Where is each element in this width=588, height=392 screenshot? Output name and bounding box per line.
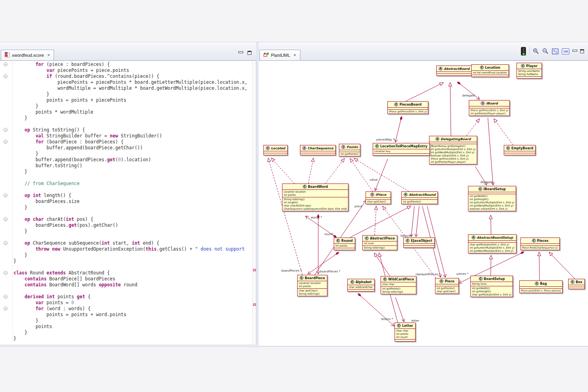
- gutter-cell: [0, 210, 13, 216]
- code-line: [0, 288, 256, 294]
- code-line: [0, 210, 256, 216]
- gutter-cell: [0, 276, 13, 282]
- uml-compartment: IPiece getPiece(EInt x, EInt y)int getPo…: [469, 108, 509, 116]
- fold-marker[interactable]: −: [0, 139, 13, 145]
- svg-text:x: x: [6, 54, 7, 57]
- gutter-cell: [0, 151, 13, 157]
- uml-compartment: char charint pointsint count: [395, 328, 415, 339]
- fold-marker[interactable]: −: [0, 73, 13, 79]
- code-line: − if (round.boardPieces.^contains(piece)…: [0, 73, 256, 79]
- tab-plantuml[interactable]: PlantUML ✕: [259, 50, 300, 60]
- uml-class-Location: CLocationno.hal.xwordfeud.Location: [471, 64, 509, 77]
- gutter-cell: [0, 97, 13, 103]
- code-line: }: [0, 258, 256, 264]
- uml-compartment: [300, 153, 335, 155]
- tab-label: PlantUML: [271, 53, 290, 58]
- zoom-in-icon[interactable]: [533, 48, 539, 54]
- class-name: EJavaObject: [411, 239, 432, 243]
- uml-compartment: [472, 75, 509, 77]
- fold-marker[interactable]: −: [0, 270, 13, 276]
- close-icon[interactable]: ✕: [47, 53, 50, 57]
- uml-compartment: Location locationint points: [282, 189, 348, 197]
- class-name: AbstractBoard: [444, 67, 470, 71]
- fold-marker[interactable]: −: [0, 62, 13, 68]
- gutter-cell: [0, 115, 13, 121]
- code-line: contains BoardWord[] words opposite roun…: [0, 282, 256, 288]
- minimize-icon[interactable]: [573, 50, 577, 53]
- fold-marker[interactable]: −: [0, 127, 13, 133]
- uml-compartment: char getMultiple(EInt x, EInt y)int getL…: [468, 242, 516, 253]
- code-line: }: [0, 169, 256, 175]
- plantuml-pane: PlantUML ✕: [259, 42, 588, 347]
- edge-label: round: [324, 232, 333, 236]
- fold-marker[interactable]: −: [0, 240, 13, 246]
- annotation-marker[interactable]: [253, 269, 256, 271]
- close-icon[interactable]: ✕: [293, 53, 296, 57]
- edge-label: value: [369, 178, 378, 182]
- tab-xwordfeud-xcore[interactable]: x xwordfeud.xcore ✕: [1, 50, 54, 60]
- class-name: PiecesBoard: [399, 103, 422, 106]
- uml-compartment: Location locationint points: [298, 281, 327, 288]
- gutter-cell: [0, 228, 13, 234]
- maximize-icon[interactable]: [580, 49, 584, 53]
- maximize-icon[interactable]: [248, 51, 251, 55]
- uml-compartment: int num: [363, 241, 397, 245]
- plantuml-tabbar: PlantUML ✕: [259, 42, 588, 61]
- gutter-cell: [0, 133, 13, 139]
- fit-to-window-icon[interactable]: [552, 48, 559, 54]
- code-editor[interactable]: − for (piece : boardPieces) { var pieceP…: [0, 61, 256, 344]
- editor-pane: x xwordfeud.xcore ✕ − for (piece : board…: [0, 42, 256, 347]
- abstract-icon: A: [439, 67, 443, 71]
- class-name: IBoard: [486, 102, 498, 105]
- uml-class-EmptyBoard: CEmptyBoard: [504, 145, 536, 155]
- fold-marker[interactable]: −: [0, 294, 13, 300]
- class-name: BoardWord: [308, 185, 328, 189]
- code-line: − op CharSequence subSequence(int start,…: [0, 240, 256, 246]
- edge-label: pieces *: [456, 272, 468, 276]
- uml-class-Piece: CPieceint getPoints()char getChar(): [435, 278, 459, 294]
- zoom-out-icon[interactable]: [542, 48, 549, 54]
- gutter-cell: [0, 258, 13, 264]
- class-name: IPiece: [375, 193, 386, 197]
- edge-label: replayedPieces *: [416, 272, 441, 276]
- uml-compartment: String toString(): [363, 245, 397, 250]
- gutter-cell: [0, 157, 13, 163]
- uml-diagram-canvas[interactable]: AAbstractBoardCLocationno.hal.xwordfeud.…: [259, 61, 588, 346]
- code-line: }: [0, 115, 256, 121]
- zoom-100-icon[interactable]: 100: [562, 48, 569, 54]
- code-line: }: [0, 103, 256, 109]
- edge-label: letter: [411, 319, 419, 322]
- fold-marker[interactable]: −: [0, 193, 13, 199]
- uml-compartment: no.hal.xwordfeud.Location: [472, 70, 509, 75]
- code-line: contains BoardPiece[] boardPieces: [0, 276, 256, 282]
- run-status-indicator-icon[interactable]: [521, 47, 526, 56]
- minimize-icon[interactable]: [238, 51, 243, 55]
- uml-compartment: [504, 153, 535, 155]
- annotation-marker[interactable]: [253, 303, 256, 306]
- code-line: [0, 264, 256, 270]
- code-line: [0, 121, 256, 127]
- class-name: Located: [271, 147, 285, 150]
- uml-compartment: IBoardSetup getDelegate()int getLetterMu…: [429, 144, 477, 164]
- gutter-cell: [0, 91, 13, 97]
- interface-icon: I: [302, 146, 306, 150]
- uml-class-WildCardPiece: CWildCardPiecechar charint getPoints()St…: [381, 276, 416, 294]
- uml-compartment: [373, 153, 429, 155]
- code-line: − op String toString() {: [0, 127, 256, 133]
- uml-compartment: Piece find(CharSequence s): [521, 245, 559, 250]
- class-icon: C: [532, 239, 536, 243]
- class-icon: C: [506, 146, 510, 150]
- code-line: − derived int points get {: [0, 294, 256, 300]
- overview-ruler[interactable]: [252, 61, 256, 344]
- fold-marker[interactable]: −: [0, 306, 13, 312]
- uml-class-AbstractBoard: AAbstractBoard: [436, 66, 472, 76]
- code-line: − for (piece : boardPieces) {: [0, 62, 256, 68]
- code-line: − op char charAt(int pos) {: [0, 216, 256, 222]
- code-line: }: [0, 336, 256, 342]
- class-icon: C: [571, 280, 574, 284]
- class-name: AbstractRound: [409, 193, 435, 197]
- fold-marker[interactable]: −: [0, 216, 13, 222]
- uml-class-CharSequence: ICharSequence: [300, 145, 336, 155]
- code-line: wordMultiple = wordMultiple * board.getW…: [0, 85, 256, 91]
- plantuml-icon: [263, 52, 269, 58]
